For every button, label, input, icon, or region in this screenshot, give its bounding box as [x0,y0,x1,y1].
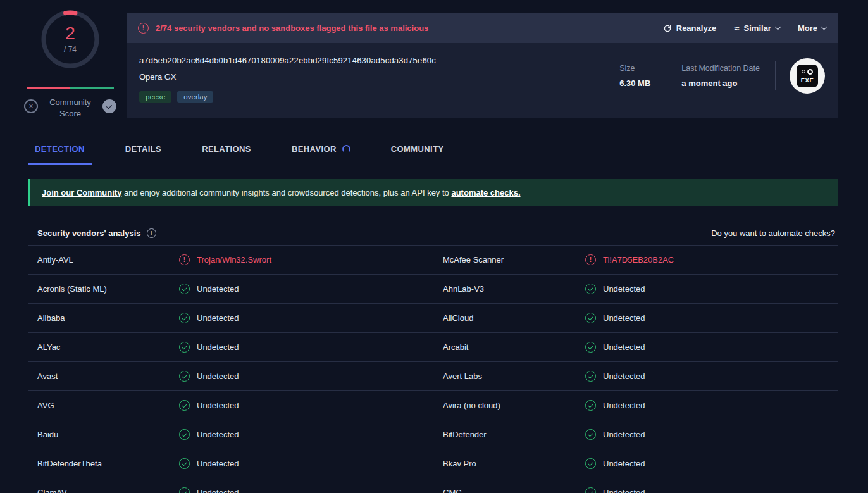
tag-overlay[interactable]: overlay [177,91,213,103]
malicious-votes-segment [27,87,70,89]
check-icon [106,103,112,109]
join-community-banner: Join our Community and enjoy additional … [28,179,838,206]
detection-result: Undetected [179,342,443,353]
vote-malicious-button[interactable]: × [24,99,38,113]
detection-result: Undetected [585,371,828,382]
detection-result: Undetected [585,342,828,353]
vendor-name: ClamAV [37,488,179,493]
vendor-name: Avira (no cloud) [443,401,585,410]
check-circle-icon [585,313,596,323]
alert-circle-icon: ! [138,23,149,34]
check-circle-icon [179,429,190,440]
more-button[interactable]: More [798,23,826,33]
community-score-widget: 2 / 74 × Community Score [24,8,116,119]
vendor-name: AhnLab-V3 [443,284,585,294]
chevron-down-icon [821,24,828,30]
vendor-name: BitDefender [443,430,585,439]
detection-result: Undetected [585,284,828,294]
alert-circle-icon: ! [179,254,190,265]
detection-result: ! Ti!A7D5EB20B2AC [585,254,828,265]
vote-harmless-button[interactable] [102,99,116,113]
vendor-name: CMC [443,488,585,493]
check-circle-icon [179,284,190,294]
security-vendors-analysis-section: Security vendors' analysis i Do you want… [28,221,838,493]
exe-file-type-icon: EXE [790,58,825,94]
tab-detection[interactable]: DETECTION [28,135,92,165]
harmless-votes-segment [70,87,114,89]
reanalyze-button[interactable]: Reanalyze [663,23,717,33]
detection-result: ! Trojan/Win32.Swrort [179,254,443,265]
gear-icon [807,69,813,75]
check-circle-icon [585,487,596,493]
vendor-name: Antiy-AVL [37,255,179,265]
vendor-row: Avast Undetected Avert Labs Undetected [28,362,838,391]
tab-bar: DETECTION DETAILS RELATIONS BEHAVIOR COM… [28,135,838,165]
vendor-name: Alibaba [37,313,179,323]
file-header-card: ! 2/74 security vendors and no sandboxes… [127,13,838,118]
check-circle-icon [585,371,596,382]
vendor-name: Avert Labs [443,371,585,381]
vendor-row: ALYac Undetected Arcabit Undetected [28,333,838,362]
info-icon[interactable]: i [147,228,156,238]
vendor-name: Arcabit [443,342,585,352]
vendor-row: Antiy-AVL ! Trojan/Win32.Swrort McAfee S… [28,246,838,275]
community-score-label: Community Score [38,97,102,119]
detection-total: / 74 [64,45,77,54]
vendor-row: ClamAV Undetected CMC Undetected [28,478,838,493]
detection-result: Undetected [179,313,443,323]
similar-button[interactable]: ≈ Similar [734,23,780,34]
vendor-name: Avast [37,371,179,381]
check-circle-icon [179,487,190,493]
detection-result: Undetected [585,487,828,493]
vendor-results-table: Antiy-AVL ! Trojan/Win32.Swrort McAfee S… [28,245,838,493]
modification-date-value: a moment ago [681,78,760,88]
check-circle-icon [179,342,190,353]
vendor-row: Baidu Undetected BitDefender Undetected [28,420,838,449]
refresh-icon [663,24,672,33]
detection-result: Undetected [179,371,443,382]
vendor-name: ALYac [37,342,179,352]
vendor-row: AVG Undetected Avira (no cloud) Undetect… [28,391,838,420]
similar-icon: ≈ [734,23,739,34]
tab-community[interactable]: COMMUNITY [384,135,451,165]
tag-peexe[interactable]: peexe [139,91,171,103]
detection-result: Undetected [179,458,443,469]
modification-date-label: Last Modification Date [681,64,760,73]
detection-warning-strip: ! 2/74 security vendors and no sandboxes… [127,13,838,43]
detection-result: Undetected [585,313,828,323]
tab-details[interactable]: DETAILS [118,135,168,165]
exe-label: EXE [801,77,814,84]
chevron-down-icon [774,24,781,30]
detection-count: 2 [65,25,75,42]
banner-text: and enjoy additional community insights … [121,188,451,197]
vendor-name: McAfee Scanner [443,255,585,265]
check-circle-icon [179,458,190,469]
warning-text: 2/74 security vendors and no sandboxes f… [156,23,428,33]
join-community-link[interactable]: Join our Community [42,188,121,197]
vendor-row: Alibaba Undetected AliCloud Undetected [28,304,838,333]
vendor-name: Bkav Pro [443,459,585,468]
detection-score-gauge: 2 / 74 [39,8,102,71]
file-name: Opera GX [139,72,604,82]
file-hash[interactable]: a7d5eb20b2ac6d4db0b1d4670180009a22ebbd29… [139,56,604,65]
divider [775,61,776,90]
automate-checks-link[interactable]: automate checks. [451,188,520,197]
vendor-name: AVG [37,401,179,410]
check-circle-icon [179,400,190,411]
check-circle-icon [585,342,596,353]
automate-checks-question-link[interactable]: Do you want to automate checks? [711,228,835,238]
vendor-name: AliCloud [443,313,585,323]
vendor-name: BitDefenderTheta [37,459,179,468]
vendor-row: Acronis (Static ML) Undetected AhnLab-V3… [28,275,838,304]
tab-relations[interactable]: RELATIONS [195,135,258,165]
check-circle-icon [179,371,190,382]
detection-result: Undetected [179,487,443,493]
check-circle-icon [585,400,596,411]
check-circle-icon [585,458,596,469]
detection-result: Undetected [179,284,443,294]
detection-result: Undetected [585,429,828,440]
detection-result: Undetected [179,400,443,411]
gear-icon [802,70,805,73]
tab-behavior[interactable]: BEHAVIOR [285,135,357,165]
size-label: Size [619,64,650,73]
